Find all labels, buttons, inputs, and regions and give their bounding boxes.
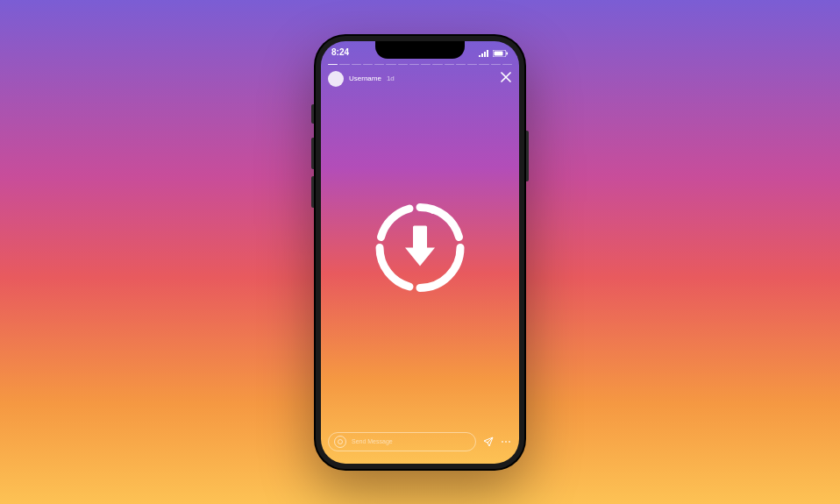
phone-frame: 8:24	[316, 36, 524, 469]
phone-screen: 8:24	[321, 41, 519, 464]
progress-segment	[352, 64, 361, 66]
progress-segment	[491, 64, 501, 66]
timestamp-label: 1d	[387, 75, 395, 82]
svg-rect-1	[495, 51, 503, 55]
message-input[interactable]: Send Message	[328, 432, 476, 451]
progress-segment	[479, 64, 488, 66]
message-placeholder: Send Message	[352, 438, 393, 444]
progress-segment	[445, 64, 454, 66]
progress-segment	[339, 64, 349, 66]
camera-icon[interactable]	[334, 436, 346, 448]
status-icons	[479, 45, 509, 60]
progress-segment	[398, 64, 408, 66]
progress-segment	[374, 64, 384, 66]
power-button	[526, 131, 529, 181]
progress-segment	[386, 64, 395, 66]
progress-segment	[467, 64, 477, 66]
send-button[interactable]	[481, 435, 495, 449]
signal-icon	[479, 45, 489, 60]
progress-segment	[421, 64, 431, 66]
story-progress	[328, 64, 512, 66]
story-footer: Send Message ⋯	[328, 432, 512, 451]
volume-up-button	[311, 138, 314, 169]
progress-segment	[456, 64, 466, 66]
user-info[interactable]: Username 1d	[328, 71, 395, 87]
svg-point-3	[430, 206, 438, 214]
svg-rect-2	[507, 52, 509, 54]
progress-segment	[409, 64, 419, 66]
download-icon	[372, 199, 468, 295]
battery-icon	[493, 45, 509, 60]
progress-segment	[363, 64, 373, 66]
more-button[interactable]: ⋯	[501, 437, 512, 447]
volume-down-button	[311, 176, 314, 208]
progress-segment	[502, 64, 512, 66]
phone-body: 8:24	[314, 34, 526, 471]
status-time: 8:24	[331, 47, 349, 57]
mute-switch	[311, 104, 314, 124]
close-button[interactable]	[500, 71, 512, 86]
svg-rect-4	[413, 225, 427, 250]
avatar	[328, 71, 344, 87]
username-label: Username	[349, 75, 381, 82]
phone-notch	[375, 41, 465, 59]
phone-mockup: 8:24	[314, 34, 526, 471]
progress-segment	[328, 64, 338, 66]
progress-segment	[432, 64, 442, 66]
story-header: Username 1d	[328, 71, 512, 87]
